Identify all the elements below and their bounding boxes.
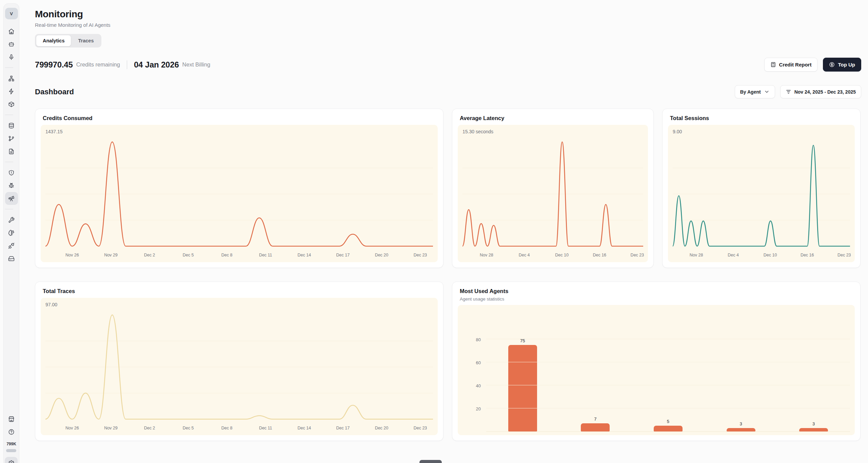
telescope-icon[interactable] — [5, 192, 18, 205]
bar-plot: 757533 — [486, 318, 850, 432]
total-sessions-line-chart — [673, 135, 850, 250]
sidebar-credits-badge: 799K — [6, 442, 16, 446]
most-used-agents-chart-panel: 20406080 757533 — [458, 305, 855, 435]
workspace-avatar[interactable]: V — [5, 8, 18, 19]
y-tick-label: 80 — [476, 337, 481, 342]
calculator-icon — [770, 62, 776, 67]
y-tick-label: 40 — [476, 383, 481, 388]
average-latency-chart-panel: 15.30 seconds Nov 28Dec 4Dec 10Dec 16Dec… — [458, 125, 648, 262]
x-tick-label: Dec 23 — [631, 253, 644, 257]
x-tick-label: Dec 17 — [336, 426, 350, 430]
package-icon[interactable] — [5, 98, 18, 111]
total-sessions-chart-panel: 9.00 Nov 28Dec 4Dec 10Dec 16Dec 23 — [668, 125, 855, 262]
top-up-label: Top Up — [838, 62, 855, 67]
x-tick-label: Dec 5 — [183, 426, 194, 430]
credits-remaining-label: Credits remaining — [76, 61, 120, 68]
top-up-button[interactable]: Top Up — [823, 58, 861, 72]
git-branch-icon[interactable] — [5, 132, 18, 145]
card-title: Most Used Agents — [460, 288, 853, 294]
x-tick-label: Nov 28 — [480, 253, 493, 257]
card-value: 97.00 — [45, 302, 433, 307]
x-tick-label: Dec 2 — [144, 426, 155, 430]
x-tick-label: Nov 26 — [65, 426, 79, 430]
credits-progress-bar — [6, 449, 16, 452]
dollar-circle-icon — [829, 62, 835, 67]
shield-alert-icon[interactable] — [5, 166, 18, 179]
sidebar-bottom: 799K Lyzr.ai — [5, 412, 18, 463]
hard-drive-icon[interactable] — [5, 252, 18, 265]
page-title: Monitoring — [35, 9, 861, 20]
credits-consumed-chart-panel: 1437.15 Nov 26Nov 29Dec 2Dec 5Dec 8Dec 1… — [41, 125, 438, 262]
x-tick-label: Dec 14 — [297, 426, 311, 430]
total-traces-chart-panel: 97.00 Nov 26Nov 29Dec 2Dec 5Dec 8Dec 11D… — [41, 298, 438, 435]
sidebar-divider — [5, 162, 13, 162]
file-text-icon[interactable] — [5, 145, 18, 158]
dashboard-cards: Credits Consumed 1437.15 Nov 26Nov 29Dec… — [35, 109, 861, 441]
home-icon[interactable] — [5, 25, 18, 38]
bar-value-label: 3 — [812, 421, 815, 426]
credits-consumed-card: Credits Consumed 1437.15 Nov 26Nov 29Dec… — [35, 109, 443, 268]
agent-usage-bar — [581, 423, 610, 431]
store-icon[interactable] — [5, 412, 18, 425]
most-used-agents-bar-chart: 20406080 757533 — [462, 309, 850, 432]
bar-slot: 3 — [777, 318, 850, 431]
x-axis: Nov 26Nov 29Dec 2Dec 5Dec 8Dec 11Dec 14D… — [45, 424, 433, 432]
agent-usage-bar — [654, 426, 683, 431]
average-latency-line-chart — [462, 135, 643, 250]
y-axis: 20406080 — [462, 318, 486, 432]
view-tabs: Analytics Traces — [35, 34, 101, 47]
sidebar-divider — [5, 115, 13, 115]
x-tick-label: Dec 8 — [221, 253, 233, 257]
network-icon[interactable] — [5, 72, 18, 85]
main-content: Monitoring Real-time Monitoring of AI Ag… — [19, 0, 868, 463]
x-tick-label: Dec 20 — [375, 253, 389, 257]
x-tick-label: Dec 11 — [259, 426, 272, 430]
x-tick-label: Dec 23 — [837, 253, 851, 257]
dashboard-header: Dashboard By Agent Nov 24, 2025 - Dec 23… — [35, 85, 861, 98]
horizontal-scrollbar-thumb[interactable] — [419, 460, 442, 463]
sidebar-divider — [5, 67, 13, 68]
credit-report-button[interactable]: Credit Report — [764, 58, 818, 72]
card-title: Total Sessions — [670, 115, 853, 121]
x-axis: Nov 28Dec 4Dec 10Dec 16Dec 23 — [462, 251, 643, 259]
date-range-picker[interactable]: Nov 24, 2025 - Dec 23, 2025 — [780, 85, 861, 98]
x-tick-label: Dec 14 — [297, 253, 311, 257]
agent-usage-bar — [799, 428, 828, 431]
gridline — [486, 385, 850, 385]
settings-icon[interactable] — [5, 457, 18, 463]
mic-icon[interactable] — [5, 51, 18, 63]
card-value: 15.30 seconds — [462, 129, 643, 134]
dashboard-title: Dashboard — [35, 88, 74, 96]
bar-slot: 5 — [632, 318, 705, 431]
gridline — [486, 362, 850, 362]
bar-value-label: 5 — [667, 419, 669, 424]
average-latency-card: Average Latency 15.30 seconds Nov 28Dec … — [452, 109, 654, 268]
help-icon[interactable] — [5, 425, 18, 438]
billing-divider — [127, 60, 127, 69]
by-agent-dropdown[interactable]: By Agent — [735, 85, 775, 98]
bar-slot: 75 — [486, 318, 559, 431]
total-traces-line-chart — [45, 308, 433, 423]
bar-slot: 7 — [559, 318, 632, 431]
database-icon[interactable] — [5, 119, 18, 132]
x-tick-label: Nov 29 — [104, 253, 118, 257]
date-range-label: Nov 24, 2025 - Dec 23, 2025 — [794, 89, 856, 95]
tab-analytics[interactable]: Analytics — [36, 35, 71, 46]
credits-consumed-line-chart — [45, 135, 433, 250]
bot-icon[interactable] — [5, 38, 18, 51]
x-tick-label: Dec 2 — [144, 253, 155, 257]
filter-icon — [786, 89, 791, 95]
bug-icon[interactable] — [5, 179, 18, 192]
x-tick-label: Dec 5 — [183, 253, 194, 257]
credits-remaining-value: 799970.45 — [35, 60, 73, 70]
tab-traces[interactable]: Traces — [71, 35, 100, 46]
page-subtitle: Real-time Monitoring of AI Agents — [35, 22, 861, 28]
zap-icon[interactable] — [5, 85, 18, 98]
bar-value-label: 3 — [739, 421, 742, 426]
y-tick-label: 60 — [476, 360, 481, 365]
wrench-icon[interactable] — [5, 213, 18, 226]
x-tick-label: Nov 26 — [65, 253, 79, 257]
brain-circuit-icon[interactable] — [5, 226, 18, 239]
plug-icon[interactable] — [5, 239, 18, 252]
next-billing-date: 04 Jan 2026 — [134, 60, 179, 70]
